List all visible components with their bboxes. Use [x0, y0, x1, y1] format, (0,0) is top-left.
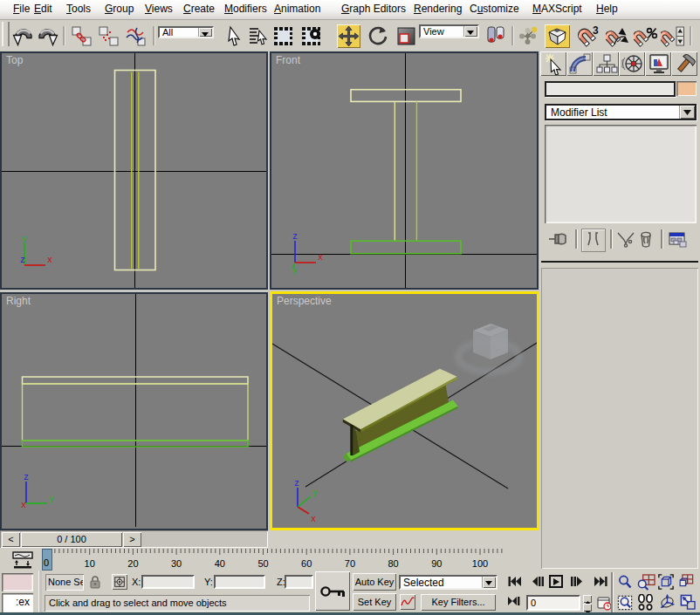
svg-text:90: 90	[431, 558, 442, 569]
svg-text:40: 40	[215, 558, 225, 569]
svg-text:3: 3	[593, 25, 599, 37]
svg-text:y: y	[312, 489, 318, 498]
svg-text:80: 80	[388, 558, 398, 569]
svg-text:70: 70	[345, 558, 355, 569]
svg-text:50: 50	[257, 558, 268, 569]
svg-text:z: z	[294, 479, 299, 489]
svg-text:x: x	[47, 256, 52, 265]
svg-text:y: y	[292, 266, 298, 276]
svg-text:y: y	[49, 495, 54, 504]
svg-text:60: 60	[301, 558, 312, 569]
svg-text:y: y	[22, 235, 27, 244]
svg-text:30: 30	[171, 558, 182, 569]
svg-text:z: z	[24, 473, 29, 482]
svg-text:z: z	[20, 256, 25, 265]
svg-text:z: z	[292, 232, 298, 242]
svg-text:10: 10	[85, 558, 95, 569]
svg-text:x: x	[21, 501, 26, 510]
svg-text:x: x	[318, 253, 323, 263]
svg-text:x: x	[311, 515, 316, 524]
svg-text:20: 20	[127, 558, 138, 569]
svg-text:100: 100	[472, 558, 488, 569]
